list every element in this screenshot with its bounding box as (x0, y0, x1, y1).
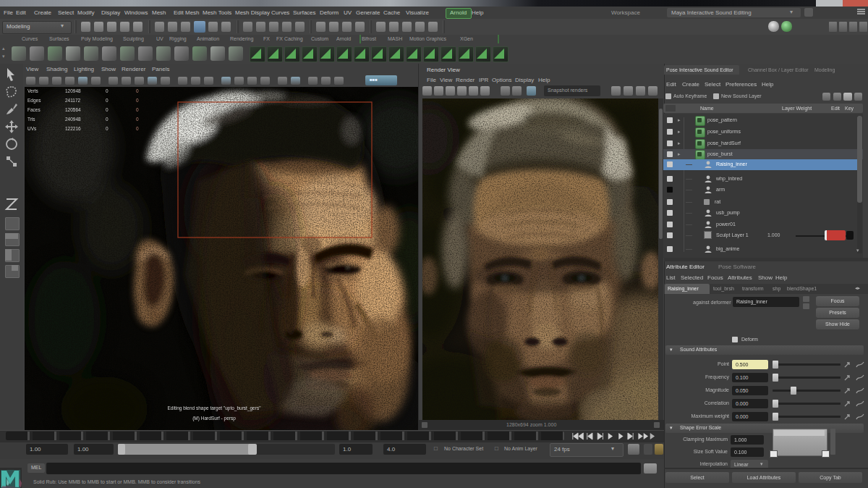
svg-text:122216: 122216 (65, 126, 81, 131)
svg-text:UVs: UVs (27, 126, 37, 131)
svg-text:Faces: Faces (27, 107, 41, 112)
svg-text:0: 0 (136, 117, 139, 122)
svg-text:Verts: Verts (27, 88, 39, 93)
svg-text:0: 0 (136, 126, 139, 131)
svg-text:Edges: Edges (27, 98, 41, 104)
svg-text:0: 0 (106, 88, 109, 93)
svg-text:120948: 120948 (65, 88, 81, 93)
svg-text:Tris: Tris (27, 117, 35, 122)
svg-text:120564: 120564 (65, 107, 81, 112)
svg-text:Editing blend shape target "up: Editing blend shape target "upto_burst_g… (168, 405, 262, 411)
svg-text:240948: 240948 (65, 117, 81, 122)
svg-text:0: 0 (106, 117, 109, 122)
svg-text:0: 0 (106, 126, 109, 131)
svg-text:(M) HardSurf - persp: (M) HardSurf - persp (192, 416, 236, 421)
svg-text:0: 0 (106, 98, 109, 103)
svg-text:0: 0 (106, 107, 109, 112)
svg-text:0: 0 (136, 98, 139, 103)
svg-text:241172: 241172 (65, 98, 81, 103)
svg-text:0: 0 (136, 107, 139, 112)
svg-text:0: 0 (136, 88, 139, 93)
